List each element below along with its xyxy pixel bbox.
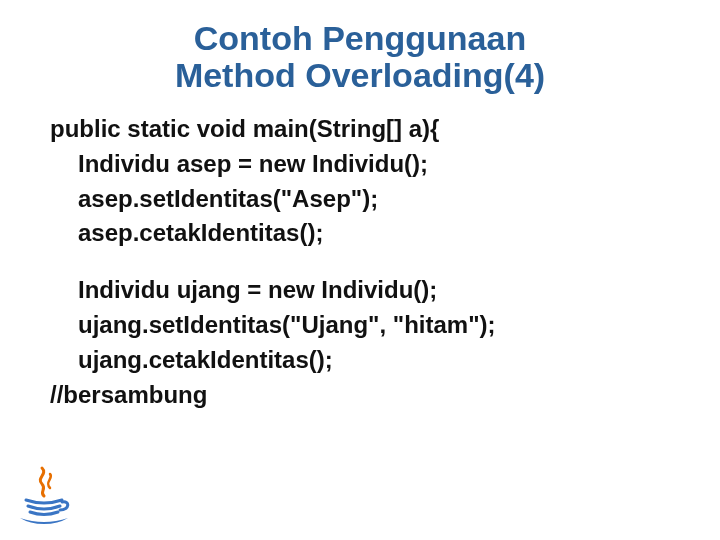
code-line: ujang.cetakIdentitas(); (50, 343, 680, 378)
code-line: asep.cetakIdentitas(); (50, 216, 680, 251)
blank-line (50, 251, 680, 273)
slide-title: Contoh Penggunaan Method Overloading(4) (0, 20, 720, 95)
code-line: Individu ujang = new Individu(); (50, 273, 680, 308)
code-line: //bersambung (50, 378, 680, 413)
title-line-2: Method Overloading(4) (0, 57, 720, 94)
title-line-1: Contoh Penggunaan (0, 20, 720, 57)
slide: Contoh Penggunaan Method Overloading(4) … (0, 0, 720, 540)
code-line: asep.setIdentitas("Asep"); (50, 182, 680, 217)
code-block: public static void main(String[] a){ Ind… (50, 112, 680, 412)
code-line: public static void main(String[] a){ (50, 112, 680, 147)
code-line: ujang.setIdentitas("Ujang", "hitam"); (50, 308, 680, 343)
java-logo-icon (12, 464, 76, 528)
code-line: Individu asep = new Individu(); (50, 147, 680, 182)
